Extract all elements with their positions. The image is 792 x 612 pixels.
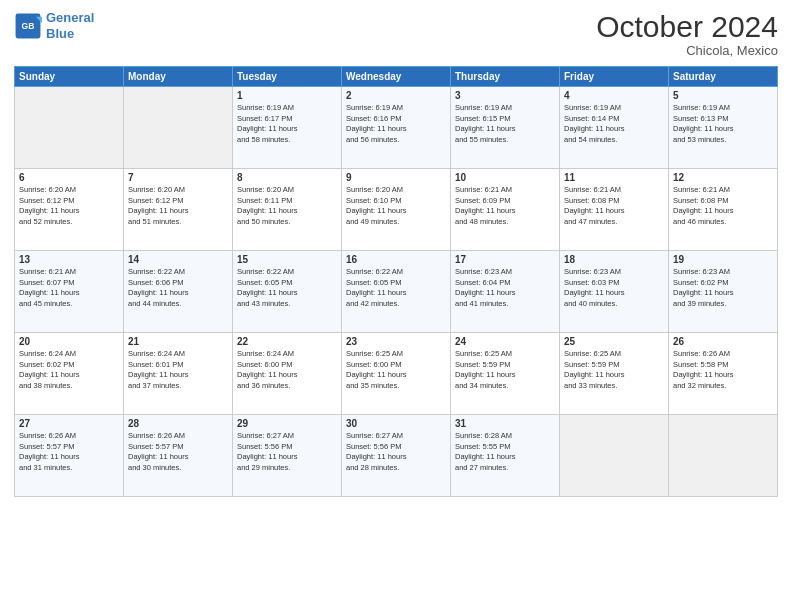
day-info: Sunrise: 6:22 AMSunset: 6:05 PMDaylight:…	[237, 267, 337, 309]
day-info: Sunrise: 6:19 AMSunset: 6:13 PMDaylight:…	[673, 103, 773, 145]
day-info: Sunrise: 6:22 AMSunset: 6:05 PMDaylight:…	[346, 267, 446, 309]
week-row-3: 13Sunrise: 6:21 AMSunset: 6:07 PMDayligh…	[15, 251, 778, 333]
day-info: Sunrise: 6:27 AMSunset: 5:56 PMDaylight:…	[346, 431, 446, 473]
day-info: Sunrise: 6:21 AMSunset: 6:08 PMDaylight:…	[673, 185, 773, 227]
day-number: 18	[564, 254, 664, 265]
day-info: Sunrise: 6:23 AMSunset: 6:02 PMDaylight:…	[673, 267, 773, 309]
day-number: 30	[346, 418, 446, 429]
day-cell: 4Sunrise: 6:19 AMSunset: 6:14 PMDaylight…	[560, 87, 669, 169]
day-info: Sunrise: 6:27 AMSunset: 5:56 PMDaylight:…	[237, 431, 337, 473]
month-title: October 2024	[596, 10, 778, 43]
day-cell: 6Sunrise: 6:20 AMSunset: 6:12 PMDaylight…	[15, 169, 124, 251]
day-info: Sunrise: 6:23 AMSunset: 6:04 PMDaylight:…	[455, 267, 555, 309]
day-number: 17	[455, 254, 555, 265]
day-cell: 17Sunrise: 6:23 AMSunset: 6:04 PMDayligh…	[451, 251, 560, 333]
day-cell: 19Sunrise: 6:23 AMSunset: 6:02 PMDayligh…	[669, 251, 778, 333]
day-cell: 2Sunrise: 6:19 AMSunset: 6:16 PMDaylight…	[342, 87, 451, 169]
day-info: Sunrise: 6:25 AMSunset: 5:59 PMDaylight:…	[455, 349, 555, 391]
day-number: 26	[673, 336, 773, 347]
col-saturday: Saturday	[669, 67, 778, 87]
day-cell	[669, 415, 778, 497]
day-cell: 1Sunrise: 6:19 AMSunset: 6:17 PMDaylight…	[233, 87, 342, 169]
day-number: 24	[455, 336, 555, 347]
day-cell: 21Sunrise: 6:24 AMSunset: 6:01 PMDayligh…	[124, 333, 233, 415]
week-row-5: 27Sunrise: 6:26 AMSunset: 5:57 PMDayligh…	[15, 415, 778, 497]
day-info: Sunrise: 6:20 AMSunset: 6:10 PMDaylight:…	[346, 185, 446, 227]
logo-icon: GB	[14, 12, 42, 40]
day-cell: 24Sunrise: 6:25 AMSunset: 5:59 PMDayligh…	[451, 333, 560, 415]
week-row-1: 1Sunrise: 6:19 AMSunset: 6:17 PMDaylight…	[15, 87, 778, 169]
day-info: Sunrise: 6:22 AMSunset: 6:06 PMDaylight:…	[128, 267, 228, 309]
day-cell: 27Sunrise: 6:26 AMSunset: 5:57 PMDayligh…	[15, 415, 124, 497]
day-info: Sunrise: 6:20 AMSunset: 6:11 PMDaylight:…	[237, 185, 337, 227]
day-number: 10	[455, 172, 555, 183]
day-cell: 9Sunrise: 6:20 AMSunset: 6:10 PMDaylight…	[342, 169, 451, 251]
logo-text: General Blue	[46, 10, 94, 41]
col-wednesday: Wednesday	[342, 67, 451, 87]
day-info: Sunrise: 6:24 AMSunset: 6:02 PMDaylight:…	[19, 349, 119, 391]
day-cell	[560, 415, 669, 497]
day-info: Sunrise: 6:23 AMSunset: 6:03 PMDaylight:…	[564, 267, 664, 309]
day-info: Sunrise: 6:21 AMSunset: 6:09 PMDaylight:…	[455, 185, 555, 227]
day-info: Sunrise: 6:19 AMSunset: 6:16 PMDaylight:…	[346, 103, 446, 145]
day-number: 22	[237, 336, 337, 347]
day-number: 12	[673, 172, 773, 183]
day-cell: 15Sunrise: 6:22 AMSunset: 6:05 PMDayligh…	[233, 251, 342, 333]
day-info: Sunrise: 6:26 AMSunset: 5:57 PMDaylight:…	[19, 431, 119, 473]
day-cell: 14Sunrise: 6:22 AMSunset: 6:06 PMDayligh…	[124, 251, 233, 333]
svg-text:GB: GB	[22, 21, 35, 31]
day-info: Sunrise: 6:21 AMSunset: 6:08 PMDaylight:…	[564, 185, 664, 227]
day-number: 13	[19, 254, 119, 265]
day-number: 31	[455, 418, 555, 429]
week-row-4: 20Sunrise: 6:24 AMSunset: 6:02 PMDayligh…	[15, 333, 778, 415]
day-cell: 7Sunrise: 6:20 AMSunset: 6:12 PMDaylight…	[124, 169, 233, 251]
day-info: Sunrise: 6:26 AMSunset: 5:57 PMDaylight:…	[128, 431, 228, 473]
day-info: Sunrise: 6:21 AMSunset: 6:07 PMDaylight:…	[19, 267, 119, 309]
day-number: 16	[346, 254, 446, 265]
day-cell: 18Sunrise: 6:23 AMSunset: 6:03 PMDayligh…	[560, 251, 669, 333]
location-subtitle: Chicola, Mexico	[596, 43, 778, 58]
day-cell: 12Sunrise: 6:21 AMSunset: 6:08 PMDayligh…	[669, 169, 778, 251]
day-number: 14	[128, 254, 228, 265]
day-number: 5	[673, 90, 773, 101]
day-number: 28	[128, 418, 228, 429]
day-cell: 8Sunrise: 6:20 AMSunset: 6:11 PMDaylight…	[233, 169, 342, 251]
day-cell: 16Sunrise: 6:22 AMSunset: 6:05 PMDayligh…	[342, 251, 451, 333]
day-cell	[15, 87, 124, 169]
day-info: Sunrise: 6:24 AMSunset: 6:01 PMDaylight:…	[128, 349, 228, 391]
day-info: Sunrise: 6:20 AMSunset: 6:12 PMDaylight:…	[19, 185, 119, 227]
day-number: 27	[19, 418, 119, 429]
day-number: 2	[346, 90, 446, 101]
day-number: 25	[564, 336, 664, 347]
day-number: 1	[237, 90, 337, 101]
title-block: October 2024 Chicola, Mexico	[596, 10, 778, 58]
day-info: Sunrise: 6:19 AMSunset: 6:15 PMDaylight:…	[455, 103, 555, 145]
logo-blue: Blue	[46, 26, 74, 41]
day-cell	[124, 87, 233, 169]
day-cell: 10Sunrise: 6:21 AMSunset: 6:09 PMDayligh…	[451, 169, 560, 251]
day-number: 19	[673, 254, 773, 265]
day-cell: 28Sunrise: 6:26 AMSunset: 5:57 PMDayligh…	[124, 415, 233, 497]
calendar-table: Sunday Monday Tuesday Wednesday Thursday…	[14, 66, 778, 497]
day-number: 4	[564, 90, 664, 101]
day-info: Sunrise: 6:20 AMSunset: 6:12 PMDaylight:…	[128, 185, 228, 227]
day-cell: 30Sunrise: 6:27 AMSunset: 5:56 PMDayligh…	[342, 415, 451, 497]
day-number: 6	[19, 172, 119, 183]
col-sunday: Sunday	[15, 67, 124, 87]
day-number: 11	[564, 172, 664, 183]
day-number: 21	[128, 336, 228, 347]
week-row-2: 6Sunrise: 6:20 AMSunset: 6:12 PMDaylight…	[15, 169, 778, 251]
day-number: 23	[346, 336, 446, 347]
col-tuesday: Tuesday	[233, 67, 342, 87]
day-cell: 13Sunrise: 6:21 AMSunset: 6:07 PMDayligh…	[15, 251, 124, 333]
day-info: Sunrise: 6:25 AMSunset: 6:00 PMDaylight:…	[346, 349, 446, 391]
day-cell: 29Sunrise: 6:27 AMSunset: 5:56 PMDayligh…	[233, 415, 342, 497]
day-cell: 31Sunrise: 6:28 AMSunset: 5:55 PMDayligh…	[451, 415, 560, 497]
day-info: Sunrise: 6:26 AMSunset: 5:58 PMDaylight:…	[673, 349, 773, 391]
day-number: 9	[346, 172, 446, 183]
day-number: 8	[237, 172, 337, 183]
logo-general: General	[46, 10, 94, 25]
day-cell: 20Sunrise: 6:24 AMSunset: 6:02 PMDayligh…	[15, 333, 124, 415]
col-monday: Monday	[124, 67, 233, 87]
day-number: 15	[237, 254, 337, 265]
